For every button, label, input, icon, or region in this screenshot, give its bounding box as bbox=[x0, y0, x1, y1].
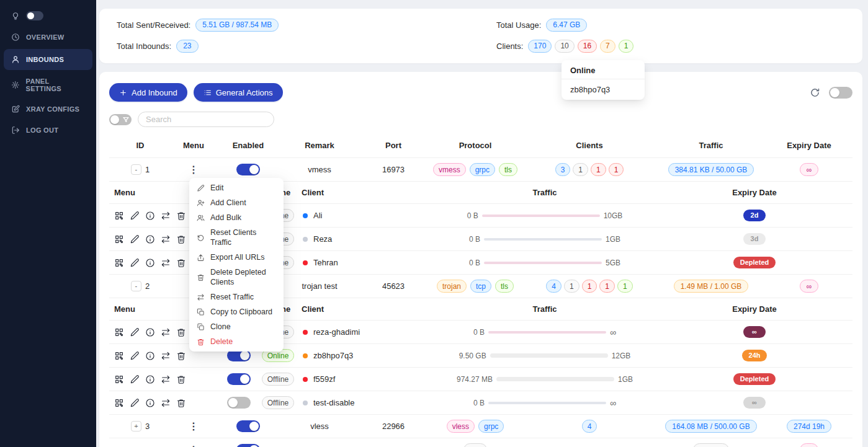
inbound-enabled-toggle[interactable] bbox=[236, 164, 260, 175]
info-icon[interactable] bbox=[145, 234, 155, 244]
theme-toggle[interactable] bbox=[26, 11, 43, 20]
client-count-badge: 1 bbox=[564, 280, 579, 293]
menu-item-reset-clients-traffic[interactable]: Reset Clients Traffic bbox=[192, 225, 281, 250]
traffic-total: 10GB bbox=[604, 211, 623, 220]
add-inbound-button[interactable]: Add Inbound bbox=[109, 83, 187, 102]
row-menu-button[interactable]: ⋮ bbox=[185, 445, 202, 447]
menu-item-clone[interactable]: Clone bbox=[192, 319, 281, 334]
edit-icon[interactable] bbox=[130, 234, 140, 244]
reset-traffic-icon[interactable] bbox=[161, 234, 171, 244]
sidebar-item-xray-configs[interactable]: XRAY CONFIGS bbox=[0, 99, 96, 120]
menu-item-copy-to-clipboard[interactable]: Copy to Clipboard bbox=[192, 304, 281, 319]
filter-toggle[interactable] bbox=[109, 114, 132, 125]
logout-icon bbox=[11, 126, 20, 135]
collapse-row-button[interactable]: - bbox=[131, 281, 141, 291]
client-dot bbox=[303, 237, 308, 242]
menu-item-export-all-urls[interactable]: Export All URLs bbox=[192, 250, 281, 265]
traffic-progress-bar bbox=[484, 262, 602, 264]
client-traffic: 0 B 10GB bbox=[433, 211, 656, 220]
menu-item-add-bulk[interactable]: Add Bulk bbox=[192, 210, 281, 225]
qrcode-icon[interactable] bbox=[114, 398, 124, 408]
stat-value-badge: 6.47 GB bbox=[546, 19, 587, 32]
stats-left-column: Total Sent/Received: 5.51 GB / 987.54 MB… bbox=[117, 16, 496, 55]
auto-refresh-toggle[interactable] bbox=[829, 87, 852, 99]
reset-traffic-icon[interactable] bbox=[161, 351, 171, 361]
add-inbound-label: Add Inbound bbox=[132, 88, 177, 97]
edit-icon[interactable] bbox=[130, 374, 140, 384]
menu-item-delete-depleted-clients[interactable]: Delete Depleted Clients bbox=[192, 265, 281, 290]
info-icon[interactable] bbox=[145, 211, 155, 221]
sidebar-item-label: LOG OUT bbox=[26, 126, 58, 134]
reset-traffic-icon[interactable] bbox=[161, 258, 171, 268]
stat-label: Clients: bbox=[496, 42, 523, 51]
traffic-used: 0 B bbox=[467, 211, 478, 220]
info-icon[interactable] bbox=[145, 351, 155, 361]
copy-icon bbox=[197, 308, 205, 316]
client-name: Reza bbox=[313, 234, 332, 244]
qrcode-icon[interactable] bbox=[114, 211, 124, 221]
client-name: test-disable bbox=[313, 398, 354, 407]
delete-icon[interactable] bbox=[176, 327, 186, 337]
client-expiry-pill: Depleted bbox=[733, 373, 776, 385]
edit-icon[interactable] bbox=[130, 351, 140, 361]
protocol-tag: grpc bbox=[470, 163, 495, 176]
inbound-enabled-toggle[interactable] bbox=[236, 420, 260, 432]
edit-icon[interactable] bbox=[130, 327, 140, 337]
client-expiry-pill: ∞ bbox=[743, 326, 766, 338]
client-name: reza-ghadimi bbox=[313, 327, 360, 337]
sidebar-item-overview[interactable]: OVERVIEW bbox=[0, 27, 96, 48]
protocol-tags: vless grpc bbox=[428, 420, 522, 433]
reset-traffic-icon[interactable] bbox=[161, 327, 171, 337]
reset-traffic-icon[interactable] bbox=[161, 211, 171, 221]
header-menu: Menu bbox=[171, 133, 216, 157]
client-count-badge: 1 bbox=[619, 40, 634, 53]
export-icon bbox=[197, 254, 205, 262]
edit-icon[interactable] bbox=[130, 211, 140, 221]
delete-icon[interactable] bbox=[176, 258, 186, 268]
delete-icon[interactable] bbox=[176, 398, 186, 408]
menu-item-reset-traffic[interactable]: Reset Traffic bbox=[192, 290, 281, 304]
delete-icon[interactable] bbox=[176, 211, 186, 221]
traffic-total: 12GB bbox=[612, 352, 631, 360]
menu-item-add-client[interactable]: Add Client bbox=[192, 195, 281, 210]
qrcode-icon[interactable] bbox=[114, 327, 124, 337]
reset-traffic-icon[interactable] bbox=[161, 398, 171, 408]
general-actions-button[interactable]: General Actions bbox=[194, 83, 283, 102]
header-traffic: Traffic bbox=[656, 133, 766, 157]
client-enabled-toggle[interactable] bbox=[227, 373, 251, 385]
delete-icon[interactable] bbox=[176, 351, 186, 361]
search-input[interactable] bbox=[138, 112, 274, 127]
info-icon[interactable] bbox=[145, 258, 155, 268]
qrcode-icon[interactable] bbox=[114, 351, 124, 361]
delete-icon[interactable] bbox=[176, 234, 186, 244]
reset-traffic-icon[interactable] bbox=[161, 374, 171, 384]
client-count-badge: 3 bbox=[555, 163, 571, 176]
trash-icon bbox=[197, 338, 205, 346]
row-menu-button[interactable]: ⋮ bbox=[185, 165, 202, 175]
info-icon[interactable] bbox=[145, 398, 155, 408]
protocol-tag: trojan bbox=[437, 280, 467, 293]
delete-icon[interactable] bbox=[176, 374, 186, 384]
info-icon[interactable] bbox=[145, 327, 155, 337]
client-traffic: 0 B 1GB bbox=[433, 235, 656, 244]
client-dot bbox=[303, 213, 308, 218]
collapse-row-button[interactable]: - bbox=[131, 164, 141, 175]
expand-row-button[interactable]: + bbox=[131, 421, 141, 432]
refresh-icon[interactable] bbox=[810, 87, 820, 98]
menu-item-delete[interactable]: Delete bbox=[192, 334, 281, 349]
info-icon[interactable] bbox=[145, 374, 155, 384]
client-enabled-toggle[interactable] bbox=[227, 397, 251, 409]
qrcode-icon[interactable] bbox=[114, 374, 124, 384]
menu-item-edit[interactable]: Edit bbox=[192, 180, 281, 195]
qrcode-icon[interactable] bbox=[114, 258, 124, 268]
row-menu-button[interactable]: ⋮ bbox=[185, 422, 202, 432]
client-traffic: 9.50 GB 12GB bbox=[433, 352, 656, 360]
sidebar-item-logout[interactable]: LOG OUT bbox=[0, 120, 96, 141]
traffic-progress-bar bbox=[484, 238, 602, 241]
sidebar-item-panel-settings[interactable]: PANEL SETTINGS bbox=[0, 71, 96, 99]
edit-icon[interactable] bbox=[130, 258, 140, 268]
edit-icon[interactable] bbox=[130, 398, 140, 408]
sidebar-item-inbounds[interactable]: INBOUNDS bbox=[4, 49, 92, 70]
inbound-enabled-toggle[interactable] bbox=[236, 444, 260, 447]
qrcode-icon[interactable] bbox=[114, 234, 124, 244]
